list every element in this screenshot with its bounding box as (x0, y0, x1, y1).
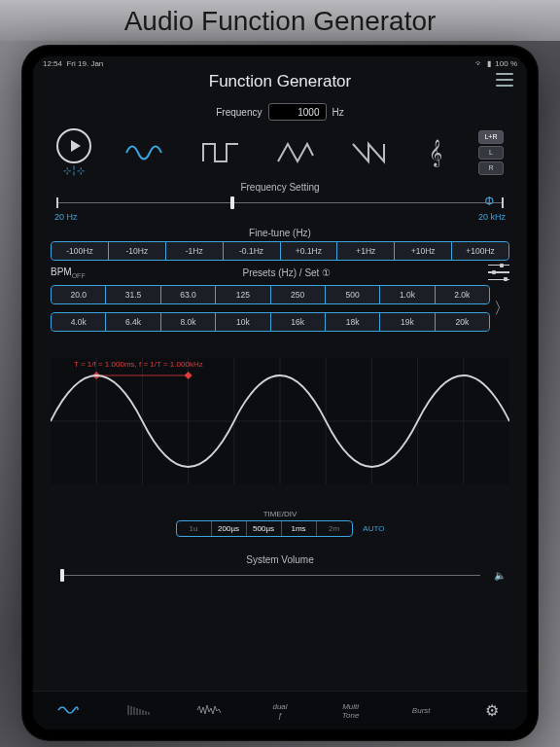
frequency-label: Frequency (216, 107, 262, 118)
triangle-wave-button[interactable] (274, 137, 317, 168)
tab-settings[interactable]: ⚙ (456, 701, 527, 720)
app-header: Function Generator (33, 68, 527, 97)
app-title: Function Generator (209, 72, 351, 91)
fine-tune-btn[interactable]: +0.1Hz (281, 242, 338, 260)
frequency-slider[interactable] (56, 195, 504, 210)
preset-btn[interactable]: 125 (216, 286, 270, 303)
wifi-icon: ᯤ (475, 59, 483, 68)
preset-btn[interactable]: 1.0k (380, 286, 435, 303)
preset-row: 4.0k 6.4k 8.0k 10k 16k 18k 19k 20k (51, 312, 490, 332)
fine-tune-btn[interactable]: +10Hz (395, 242, 452, 260)
volume-slider[interactable] (60, 567, 480, 583)
timediv-option[interactable]: 1ms (282, 521, 317, 536)
sawtooth-wave-button[interactable] (349, 137, 392, 168)
battery-pct: 100 % (495, 59, 517, 68)
tab-noise[interactable] (174, 703, 245, 719)
status-bar: 12:54 Fri 19. Jan ᯤ ▮ 100 % (33, 56, 527, 68)
promo-title: Audio Function Generator (0, 0, 560, 41)
bpm-label[interactable]: BPMOFF (51, 267, 86, 279)
preset-btn[interactable]: 63.0 (161, 286, 216, 303)
timediv-option[interactable]: 200µs (212, 521, 247, 536)
timediv-option[interactable]: 500µs (247, 521, 282, 536)
frequency-unit: Hz (332, 107, 344, 118)
preset-btn[interactable]: 19k (380, 313, 435, 331)
square-wave-button[interactable] (199, 137, 242, 168)
timediv-auto[interactable]: AUTO (363, 524, 384, 533)
speaker-icon[interactable]: 🔈 (494, 570, 506, 581)
preset-btn[interactable]: 16k (271, 313, 326, 331)
preset-btn[interactable]: 500 (326, 286, 380, 303)
channel-r-button[interactable]: R (478, 161, 504, 175)
channel-lr-button[interactable]: L+R (478, 130, 504, 144)
frequency-row: Frequency Hz (51, 103, 509, 121)
fine-tune-btn[interactable]: +1Hz (337, 242, 395, 260)
tab-sine[interactable] (33, 703, 104, 719)
timediv-option[interactable]: 1u (177, 521, 212, 536)
timediv-segment: 1u 200µs 500µs 1ms 2m (176, 520, 353, 537)
gear-icon: ⚙ (485, 702, 499, 719)
freq-min-label: 20 Hz (54, 212, 78, 222)
status-date: Fri 19. Jan (66, 59, 103, 68)
tab-sweep[interactable] (104, 703, 175, 719)
preset-btn[interactable]: 10k (216, 313, 270, 331)
timediv-label: TIME/DIV (51, 510, 509, 518)
fine-tune-btn[interactable]: -0.1Hz (224, 242, 281, 260)
preset-btn[interactable]: 20k (436, 313, 489, 331)
preset-btn[interactable]: 4.0k (52, 313, 106, 331)
presets-label: Presets (Hz) / Set ① (242, 267, 331, 278)
preset-btn[interactable]: 250 (271, 286, 326, 303)
status-time: 12:54 (43, 59, 62, 68)
channel-l-button[interactable]: L (478, 146, 504, 160)
play-button[interactable] (56, 128, 91, 163)
fine-tune-row: -100Hz -10Hz -1Hz -0.1Hz +0.1Hz +1Hz +10… (51, 241, 509, 261)
equalizer-icon[interactable] (488, 265, 509, 280)
freq-max-label: 20 kHz (478, 212, 506, 222)
menu-icon[interactable] (496, 73, 513, 87)
tab-bar: dualƒ MultiTone Burst ⚙ (33, 691, 527, 729)
fine-tune-btn[interactable]: -1Hz (166, 242, 224, 260)
tab-dual[interactable]: dualƒ (245, 702, 316, 720)
antenna-icon[interactable]: ⊹╎⊹ (56, 165, 91, 176)
treble-clef-button[interactable]: 𝄞 (425, 137, 446, 168)
device-frame: 12:54 Fri 19. Jan ᯤ ▮ 100 % Function Gen… (21, 45, 539, 741)
preset-btn[interactable]: 31.5 (106, 286, 160, 303)
sine-wave-button[interactable] (123, 137, 166, 168)
preset-row: 20.0 31.5 63.0 125 250 500 1.0k 2.0k (51, 285, 490, 304)
waveform-annotation: T = 1/f = 1.000ms, f = 1/T = 1.000kHz (74, 360, 203, 369)
preset-btn[interactable]: 6.4k (106, 313, 160, 331)
fine-tune-btn[interactable]: -100Hz (52, 242, 109, 260)
freq-setting-label: Frequency Setting (51, 182, 509, 193)
waveform-display: T = 1/f = 1.000ms, f = 1/T = 1.000kHz (51, 358, 509, 484)
volume-label: System Volume (51, 554, 509, 565)
fine-tune-btn[interactable]: -10Hz (109, 242, 166, 260)
preset-btn[interactable]: 2.0k (436, 286, 489, 303)
frequency-input[interactable] (268, 103, 327, 121)
fine-tune-btn[interactable]: +100Hz (452, 242, 508, 260)
battery-icon: ▮ (487, 59, 491, 68)
tab-multitone[interactable]: MultiTone (315, 702, 386, 720)
tab-burst[interactable]: Burst (386, 706, 457, 715)
presets-next-icon[interactable]: 〉 (494, 299, 509, 319)
preset-btn[interactable]: 8.0k (161, 313, 216, 331)
preset-btn[interactable]: 18k (326, 313, 380, 331)
fine-tune-label: Fine-tune (Hz) (51, 228, 509, 238)
preset-btn[interactable]: 20.0 (52, 286, 106, 303)
app-screen: 12:54 Fri 19. Jan ᯤ ▮ 100 % Function Gen… (33, 56, 527, 729)
timediv-option[interactable]: 2m (317, 521, 352, 536)
